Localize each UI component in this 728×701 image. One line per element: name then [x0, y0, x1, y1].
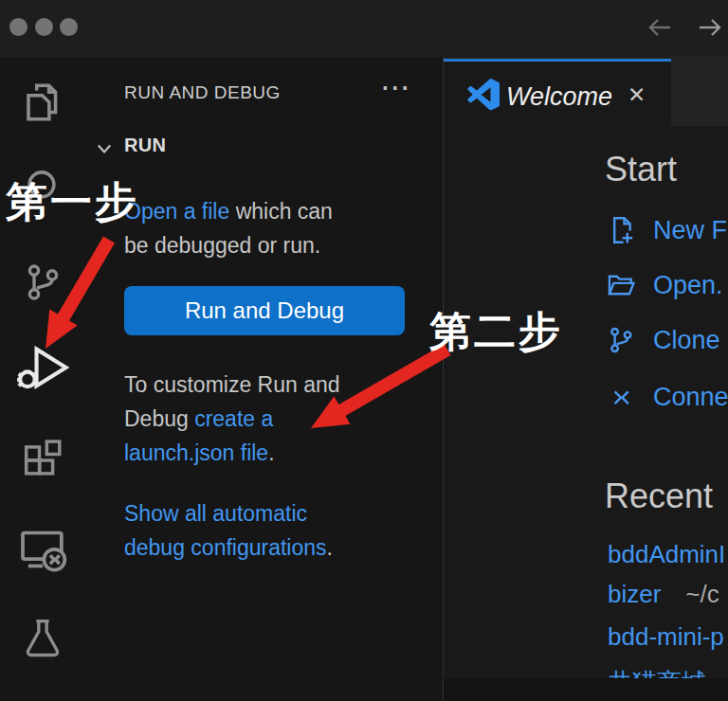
open-file-paragraph: Open a file which can be debugged or run… — [124, 194, 423, 262]
title-bar — [0, 0, 728, 57]
maximize-window-button[interactable] — [60, 18, 78, 36]
tab-welcome-label: Welcome — [506, 82, 612, 112]
tab-welcome[interactable]: Welcome ✕ — [444, 59, 671, 126]
remote-explorer-icon[interactable] — [0, 523, 85, 576]
search-icon[interactable] — [0, 163, 85, 216]
start-item-label: Open. — [653, 271, 723, 300]
testing-icon[interactable] — [0, 612, 85, 665]
debug-configurations-link[interactable]: debug configurations — [124, 535, 327, 560]
editor-area: Welcome ✕ Start New F Open. Clone C — [443, 57, 728, 701]
start-item-clone[interactable]: Clone — [605, 322, 720, 358]
launch-json-file-link[interactable]: launch.json file — [124, 440, 268, 465]
create-launch-json-link[interactable]: create a — [194, 406, 273, 431]
extensions-icon[interactable] — [0, 434, 85, 487]
run-and-debug-panel: RUN AND DEBUG ⋯ RUN Open a file which ca… — [85, 57, 443, 701]
open-file-text-1: which can — [229, 199, 333, 224]
recent-item-path: ~/c — [685, 580, 719, 608]
vscode-logo-icon — [467, 79, 500, 111]
new-file-icon — [605, 214, 637, 246]
customize-paragraph: To customize Run and Debug create a laun… — [124, 368, 423, 470]
open-a-file-link[interactable]: Open a file — [124, 199, 229, 224]
customize-text-1: To customize Run and — [124, 368, 423, 402]
recent-item-link[interactable]: bdd-mini-p — [608, 622, 724, 651]
start-heading: Start — [605, 150, 677, 189]
navigate-back-icon[interactable] — [646, 13, 674, 42]
source-control-icon[interactable] — [0, 256, 85, 309]
start-item-label: New F — [653, 216, 727, 245]
start-item-open[interactable]: Open. — [605, 267, 723, 303]
recent-item[interactable]: bizer~/c — [608, 580, 719, 609]
recent-item-link[interactable]: bddAdminI — [608, 540, 725, 568]
more-actions-icon[interactable]: ⋯ — [374, 66, 416, 108]
run-section-header[interactable]: RUN — [124, 135, 166, 156]
close-window-button[interactable] — [9, 18, 27, 36]
connect-remote-icon — [605, 381, 637, 413]
show-all-period: . — [327, 535, 333, 560]
tab-strip: Welcome ✕ — [444, 57, 728, 126]
show-all-automatic-link[interactable]: Show all automatic — [124, 501, 307, 526]
open-file-text-2: be debugged or run. — [124, 228, 423, 262]
recent-heading: Recent — [605, 476, 713, 516]
customize-period: . — [268, 440, 274, 465]
start-item-label: Clone — [653, 326, 720, 355]
customize-text-2: Debug — [124, 406, 194, 431]
start-item-label: Conne — [653, 383, 728, 412]
clone-repo-icon — [605, 324, 637, 356]
show-all-paragraph: Show all automatic debug configurations. — [124, 496, 423, 565]
recent-item[interactable]: bddAdminI — [608, 540, 725, 569]
run-and-debug-icon[interactable] — [0, 341, 85, 394]
editor-bottom-strip — [444, 678, 728, 701]
minimize-window-button[interactable] — [35, 18, 53, 36]
explorer-icon[interactable] — [0, 76, 85, 129]
open-folder-icon — [605, 269, 637, 301]
start-item-new-file[interactable]: New F — [605, 212, 727, 248]
panel-title: RUN AND DEBUG — [124, 82, 281, 103]
close-tab-icon[interactable]: ✕ — [628, 82, 646, 108]
chevron-down-icon[interactable] — [94, 138, 115, 159]
run-and-debug-button[interactable]: Run and Debug — [124, 286, 405, 335]
recent-item-link[interactable]: bizer — [608, 580, 661, 608]
recent-item[interactable]: bdd-mini-p — [608, 622, 724, 652]
navigate-forward-icon[interactable] — [696, 13, 724, 42]
start-item-connect[interactable]: Conne — [605, 379, 728, 415]
activity-bar — [0, 57, 85, 701]
